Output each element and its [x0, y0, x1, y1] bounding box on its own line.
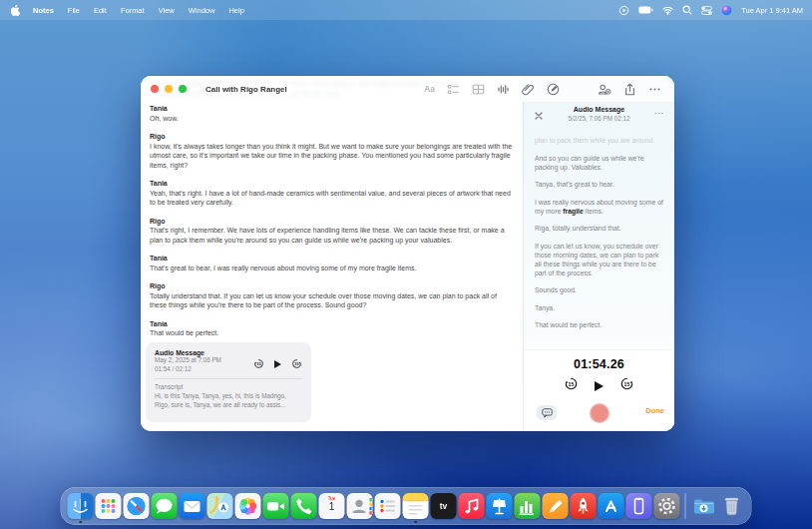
transcript-paragraph: Rigo That's right, I remember. We have l…	[150, 217, 513, 246]
share-button[interactable]	[623, 83, 636, 96]
skip-forward-15-button[interactable]: 15	[291, 355, 302, 373]
dock-system-settings[interactable]	[654, 493, 680, 519]
dock-safari[interactable]	[124, 493, 150, 519]
skip-forward-15-button[interactable]: 15	[619, 376, 634, 395]
dock-calendar[interactable]: Tue1	[319, 493, 345, 519]
dock-pages[interactable]	[543, 493, 569, 519]
dock-trash[interactable]	[719, 493, 745, 519]
dock-reminders[interactable]	[375, 493, 401, 519]
audio-message-panel: Audio Message 5/2/25, 7:06 PM 02:12 ... …	[523, 76, 674, 431]
minimize-window-button[interactable]	[165, 85, 173, 93]
collaborate-button[interactable]	[598, 83, 611, 96]
dock-notes[interactable]	[403, 493, 429, 519]
facetime-icon	[263, 493, 289, 519]
menu-file[interactable]: File	[61, 6, 87, 15]
downloads-folder-icon	[691, 493, 717, 519]
close-window-button[interactable]	[151, 85, 159, 93]
transcript-label: Transcript	[155, 383, 302, 390]
gear-icon	[654, 493, 680, 519]
dock-launchpad[interactable]	[96, 493, 122, 519]
record-button[interactable]	[591, 405, 608, 422]
dock-app-store[interactable]	[599, 493, 624, 519]
menu-edit[interactable]: Edit	[87, 6, 114, 15]
transcript-preview: Hi, is this Tanya, Tanya, yes, hi, this …	[155, 392, 302, 409]
done-button[interactable]: Done	[645, 406, 664, 415]
wifi-icon[interactable]	[662, 6, 673, 15]
dock-maps[interactable]	[207, 493, 233, 519]
speaker-name: Rigo	[150, 132, 513, 142]
transcript-paragraph: Tania That's great to hear, I was really…	[150, 254, 513, 272]
launchpad-icon	[96, 493, 122, 519]
table-button[interactable]	[472, 83, 485, 96]
menu-notes[interactable]: Notes	[26, 6, 61, 15]
dock-iphone-mirroring[interactable]	[626, 493, 652, 519]
attachment-icon[interactable]	[522, 83, 535, 96]
dock-music[interactable]	[459, 493, 485, 519]
speaker-text: That would be perfect.	[150, 328, 513, 338]
transcript-line: Tanya, that's great to hear.	[535, 180, 663, 189]
menu-window[interactable]: Window	[182, 6, 222, 15]
more-options-button[interactable]	[648, 83, 661, 96]
skip-back-15-button[interactable]: 15	[564, 376, 579, 395]
transcript-line: Tanya.	[535, 303, 663, 312]
transcript-paragraph: Rigo I know, it's always takes longer th…	[150, 132, 513, 170]
note-transcript[interactable]: Tania Oh, wow. Rigo I know, it's always …	[141, 102, 523, 431]
format-text-button[interactable]: Aa	[424, 84, 435, 94]
dock-keynote[interactable]	[487, 493, 513, 519]
menu-clock[interactable]: Tue Apr 1 9:41 AM	[741, 6, 803, 15]
skip-back-15-button[interactable]: 15	[253, 355, 264, 373]
control-center-icon[interactable]	[701, 6, 712, 15]
transcript-paragraph: Tania Oh, wow.	[150, 104, 513, 123]
games-rocket-icon	[571, 493, 597, 519]
play-button[interactable]	[274, 360, 281, 368]
playback-time: 01:54.26	[524, 357, 674, 371]
play-button[interactable]	[595, 381, 604, 391]
dock-photos[interactable]	[235, 493, 261, 519]
speaker-text: That's great to hear, I was really nervo…	[150, 264, 513, 273]
dock-tv[interactable]: tv	[431, 493, 457, 519]
siri-icon[interactable]	[721, 5, 732, 16]
pages-icon	[543, 493, 569, 519]
transcript-line: Sounds good.	[535, 285, 663, 294]
audio-waveform-button[interactable]	[497, 83, 510, 96]
markup-button[interactable]	[547, 83, 560, 96]
speaker-name: Tania	[150, 254, 513, 264]
dock-messages[interactable]	[152, 493, 178, 519]
dock: Tue1 tv	[61, 487, 752, 525]
transcript-line: plan to pack them while you are around.	[535, 136, 663, 145]
close-panel-button[interactable]	[535, 106, 543, 124]
live-transcript[interactable]: plan to pack them while you are around. …	[524, 130, 674, 349]
dock-phone[interactable]	[291, 493, 317, 519]
transcript-fade	[524, 333, 674, 349]
checklist-button[interactable]	[447, 83, 460, 96]
menu-help[interactable]: Help	[221, 6, 250, 15]
dock-numbers[interactable]	[515, 493, 541, 519]
safari-icon	[124, 493, 150, 519]
menu-format[interactable]: Format	[114, 6, 152, 15]
panel-more-button[interactable]: ...	[654, 107, 664, 116]
svg-text:15: 15	[256, 361, 261, 366]
dock-divider	[685, 493, 686, 519]
messages-icon	[152, 493, 178, 519]
dock-downloads[interactable]	[691, 493, 717, 519]
search-icon[interactable]	[682, 5, 692, 15]
speaker-name: Tania	[150, 179, 513, 189]
window-titlebar: Call with Rigo Rangel Aa	[141, 76, 674, 102]
dock-contacts[interactable]	[347, 493, 373, 519]
calendar-icon: Tue1	[319, 493, 345, 519]
apple-menu-icon[interactable]	[10, 4, 20, 16]
dock-facetime[interactable]	[263, 493, 289, 519]
dock-mail[interactable]	[180, 493, 205, 519]
battery-icon[interactable]	[638, 6, 653, 14]
dock-games[interactable]	[571, 493, 597, 519]
note-editor-pane[interactable]: packed up properly and moved out of your…	[141, 76, 523, 431]
transcript-toggle-button[interactable]	[537, 405, 557, 420]
dock-finder[interactable]	[68, 493, 94, 519]
menu-view[interactable]: View	[152, 6, 182, 15]
reminders-icon	[375, 493, 401, 519]
zoom-window-button[interactable]	[179, 85, 187, 93]
audio-message-card[interactable]: Audio Message May 2, 2025 at 7:06 PM 01:…	[146, 342, 311, 422]
transcript-line: Riga, totally understand that.	[535, 224, 663, 233]
now-playing-icon[interactable]	[618, 5, 629, 16]
photos-icon	[235, 493, 261, 519]
